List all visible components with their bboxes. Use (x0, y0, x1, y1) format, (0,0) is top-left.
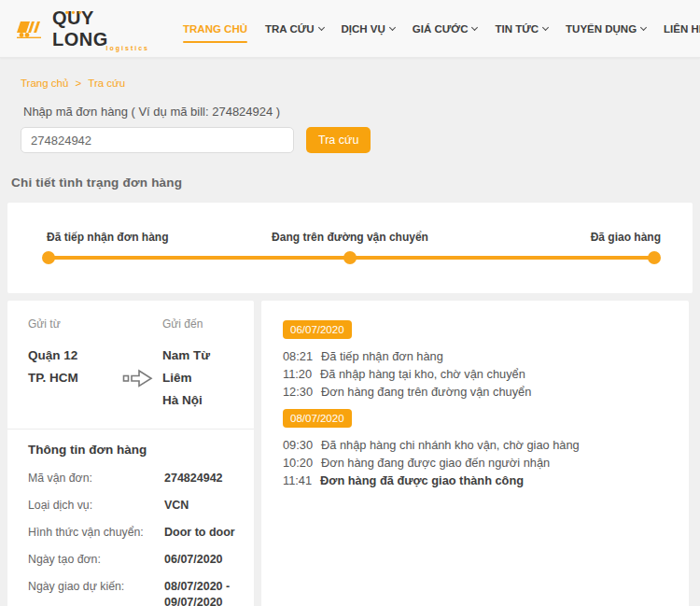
event-time: 09:30 (283, 436, 313, 454)
route-arrow-icon (114, 345, 162, 412)
info-label: Ngày tạo đơn: (28, 552, 164, 566)
to-label: Gửi đến (162, 317, 241, 331)
event-text: Đã nhập hàng tại kho, chờ vận chuyển (320, 365, 525, 383)
info-value: 08/07/2020 - 09/07/2020 (164, 579, 241, 606)
from-label: Gửi từ (28, 317, 114, 331)
logo[interactable]: ••• QUY LONG logistics (13, 7, 155, 50)
nav-item-trang-chu[interactable]: TRANG CHỦ (183, 23, 247, 35)
tracking-code-input[interactable] (21, 127, 294, 153)
nav-item-tuyen-dung[interactable]: TUYỂN DỤNG (566, 23, 646, 35)
timeline-event-delivered: 11:41 Đơn hàng đã được giao thành công (283, 472, 676, 489)
info-row-transport-mode: Hình thức vận chuyển: Door to door (28, 525, 241, 541)
nav-item-tin-tuc[interactable]: TIN TỨC (495, 23, 548, 35)
nav-label: LIÊN HỆ (664, 23, 700, 35)
tracking-input-label: Nhập mã đơn hàng ( Ví dụ mã bill: 274824… (23, 105, 700, 119)
event-text: Đơn hàng đang được giao đến người nhận (321, 454, 550, 472)
event-group: 09:30 Đã nhập hàng chi nhánh kho vận, ch… (283, 436, 676, 489)
info-label: Loại dịch vụ: (28, 498, 164, 512)
chevron-down-icon (318, 23, 325, 30)
progress-step-received: Đã tiếp nhận đơn hàng (47, 231, 169, 244)
event-text: Đã tiếp nhận đơn hàng (321, 347, 443, 365)
progress-step-delivered: Đã giao hàng (591, 231, 661, 244)
event-text: Đơn hàng đang trên đường vận chuyển (321, 383, 531, 401)
order-info-title: Thông tin đơn hàng (28, 443, 241, 457)
chevron-down-icon (471, 23, 478, 30)
event-time: 08:21 (283, 347, 313, 365)
progress-step-in-transit: Đang trên đường vận chuyển (272, 231, 428, 244)
chevron-down-icon (389, 23, 396, 30)
page-title: Chi tiết tình trạng đơn hàng (11, 176, 700, 190)
progress-tracker: Đã tiếp nhận đơn hàng Đang trên đường vậ… (7, 203, 693, 293)
from-city: TP. HCM (28, 367, 114, 389)
lookup-button[interactable]: Tra cứu (306, 127, 371, 153)
progress-dot-received (42, 251, 55, 264)
to-city: Hà Nội (162, 389, 241, 412)
info-row-expected-delivery: Ngày giao dự kiến: 08/07/2020 - 09/07/20… (28, 579, 241, 606)
info-row-service-type: Loại dịch vụ: VCN (28, 498, 241, 514)
nav-label: TRA CỨU (265, 23, 315, 35)
logo-tagline: logistics (106, 45, 149, 51)
route-section: Gửi từ Gửi đến Quận 12 TP. HCM Nam Từ Li… (28, 317, 241, 412)
event-time: 11:41 (283, 472, 312, 489)
nav-label: TIN TỨC (495, 23, 539, 35)
tracking-search-row: Tra cứu (21, 127, 700, 153)
progress-dot-delivered (648, 251, 661, 264)
logo-dots: ••• (65, 7, 85, 18)
timeline-event: 08:21 Đã tiếp nhận đơn hàng (283, 347, 676, 365)
info-value: VCN (164, 498, 189, 514)
from-address: Quận 12 TP. HCM (28, 345, 114, 412)
date-badge: 06/07/2020 (283, 320, 352, 339)
event-text: Đơn hàng đã được giao thành công (320, 472, 524, 489)
breadcrumb-current[interactable]: Tra cứu (88, 78, 125, 89)
from-district: Quận 12 (28, 345, 114, 367)
to-address: Nam Từ Liêm Hà Nội (162, 345, 241, 412)
event-time: 12:30 (283, 383, 313, 401)
chevron-down-icon (542, 23, 549, 30)
truck-icon (13, 14, 49, 44)
info-row-tracking-code: Mã vận đơn: 274824942 (28, 471, 241, 486)
nav-item-lien-he[interactable]: LIÊN HỆ (664, 23, 700, 35)
nav-label: TUYỂN DỤNG (566, 23, 637, 35)
tracking-timeline-card: 06/07/2020 08:21 Đã tiếp nhận đơn hàng 1… (261, 301, 689, 606)
timeline-event: 09:30 Đã nhập hàng chi nhánh kho vận, ch… (283, 436, 676, 454)
breadcrumb: Trang chủ > Tra cứu (21, 78, 700, 89)
nav-item-tra-cuu[interactable]: TRA CỨU (265, 23, 324, 35)
progress-dot-in-transit (343, 251, 357, 264)
timeline-event: 10:20 Đơn hàng đang được giao đến người … (283, 454, 676, 472)
chevron-down-icon (640, 23, 647, 30)
event-text: Đã nhập hàng chi nhánh kho vận, chờ giao… (321, 436, 580, 454)
order-info-section: Thông tin đơn hàng Mã vận đơn: 274824942… (28, 430, 241, 606)
info-row-created-date: Ngày tạo đơn: 06/07/2020 (28, 552, 241, 568)
header: ••• QUY LONG logistics TRANG CHỦ TRA CỨU… (0, 0, 700, 58)
details-columns: Gửi từ Gửi đến Quận 12 TP. HCM Nam Từ Li… (7, 301, 689, 606)
date-badge: 08/07/2020 (283, 409, 352, 428)
event-time: 11:20 (283, 365, 312, 383)
nav-item-gia-cuoc[interactable]: GIÁ CƯỚC (413, 23, 478, 35)
nav-item-dich-vu[interactable]: DỊCH VỤ (342, 23, 395, 35)
timeline-event: 12:30 Đơn hàng đang trên đường vận chuyể… (283, 383, 676, 401)
shipment-summary-card: Gửi từ Gửi đến Quận 12 TP. HCM Nam Từ Li… (7, 301, 254, 606)
nav-label: TRANG CHỦ (183, 23, 247, 35)
nav-label: DỊCH VỤ (342, 23, 385, 35)
nav-label: GIÁ CƯỚC (413, 23, 469, 35)
main-nav: TRANG CHỦ TRA CỨU DỊCH VỤ GIÁ CƯỚC TIN T… (183, 23, 700, 35)
timeline-event: 11:20 Đã nhập hàng tại kho, chờ vận chuy… (283, 365, 676, 383)
info-label: Hình thức vận chuyển: (28, 525, 164, 539)
info-value: 274824942 (164, 471, 223, 486)
breadcrumb-home[interactable]: Trang chủ (21, 78, 68, 89)
event-time: 10:20 (283, 454, 313, 472)
breadcrumb-separator: > (76, 78, 82, 89)
info-value: Door to door (164, 525, 235, 541)
info-label: Mã vận đơn: (28, 471, 164, 485)
info-value: 06/07/2020 (164, 552, 223, 568)
info-label: Ngày giao dự kiến: (28, 579, 164, 593)
to-district: Nam Từ Liêm (162, 345, 241, 389)
event-group: 08:21 Đã tiếp nhận đơn hàng 11:20 Đã nhậ… (283, 347, 676, 401)
